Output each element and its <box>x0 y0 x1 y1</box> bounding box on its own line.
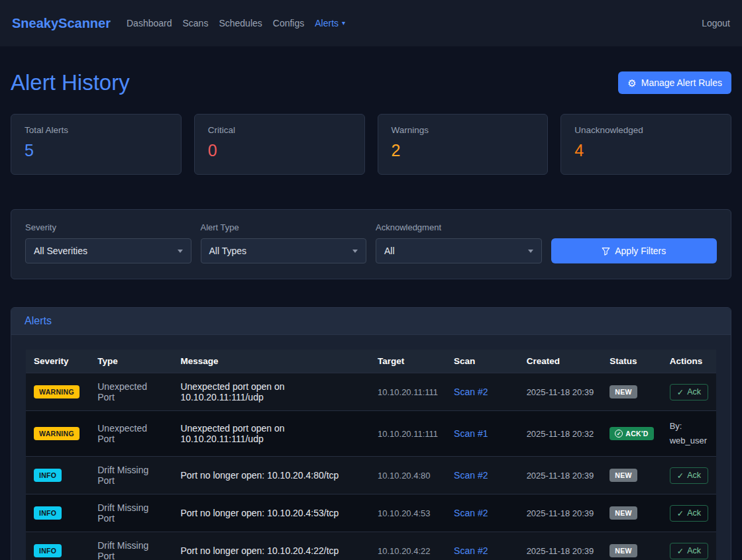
ack-button[interactable]: ✓ Ack <box>670 467 708 484</box>
check-icon: ✓ <box>677 546 684 556</box>
nav-item-alerts[interactable]: Alerts ▾ <box>315 18 345 28</box>
status-badge-new: NEW <box>610 385 637 398</box>
stat-value: 2 <box>392 141 535 160</box>
alert-target: 10.10.20.11:111 <box>370 373 446 411</box>
stat-label: Unacknowledged <box>574 125 717 135</box>
status-badge-ackd: ✓ ACK'D <box>610 427 653 440</box>
alerts-table: Severity Type Message Target Scan Create… <box>26 350 716 560</box>
table-row: INFO Drift Missing Port Port no longer o… <box>26 457 716 494</box>
check-circle-icon: ✓ <box>615 430 623 438</box>
stat-card-unacknowledged: Unacknowledged 4 <box>560 114 731 175</box>
status-cell: NEW <box>602 494 661 532</box>
stat-card-total-alerts: Total Alerts 5 <box>11 114 182 175</box>
alerts-card-header: Alerts <box>11 308 731 335</box>
table-row: WARNING Unexpected Port Unexpected port … <box>26 373 716 411</box>
status-cell: NEW <box>602 457 661 494</box>
nav-item-scans[interactable]: Scans <box>182 18 208 28</box>
alert-message: Unexpected port open on 10.10.20.11:111/… <box>172 411 370 457</box>
acknowledgment-select[interactable]: All <box>376 238 542 263</box>
alert-type-select[interactable]: All Types <box>201 238 367 263</box>
table-row: WARNING Unexpected Port Unexpected port … <box>26 411 716 457</box>
status-cell: ✓ ACK'D <box>602 411 661 457</box>
chevron-down-icon <box>528 250 533 253</box>
severity-badge: INFO <box>34 544 62 557</box>
stat-value: 0 <box>208 141 351 160</box>
alert-target: 10.10.20.4:22 <box>370 532 446 560</box>
ack-button[interactable]: ✓ Ack <box>670 505 708 522</box>
alert-target: 10.10.20.4:53 <box>370 494 446 532</box>
filter-severity: Severity All Severities <box>25 222 191 263</box>
ack-button[interactable]: ✓ Ack <box>670 384 708 400</box>
stat-card-critical: Critical 0 <box>194 114 365 175</box>
navbar: SneakyScanner Dashboard Scans Schedules … <box>0 0 742 46</box>
alert-type-label: Alert Type <box>201 222 367 232</box>
alert-target: 10.10.20.11:111 <box>370 411 446 457</box>
severity-badge: INFO <box>34 469 62 482</box>
scan-link[interactable]: Scan #2 <box>454 470 488 481</box>
stat-label: Total Alerts <box>25 125 168 135</box>
gear-icon: ⚙ <box>627 78 636 88</box>
filter-apply-col: Apply Filters <box>551 222 717 263</box>
nav-item-dashboard[interactable]: Dashboard <box>127 18 172 28</box>
alert-type: Drift Missing Port <box>89 532 172 560</box>
severity-badge: INFO <box>34 506 62 520</box>
scan-link[interactable]: Scan #2 <box>454 387 488 397</box>
severity-select[interactable]: All Severities <box>25 238 191 263</box>
status-badge-new: NEW <box>610 469 637 482</box>
nav-item-configs[interactable]: Configs <box>273 18 304 28</box>
alert-message: Port no longer open: 10.10.20.4:53/tcp <box>172 494 370 532</box>
stat-value: 5 <box>25 141 168 160</box>
scan-link[interactable]: Scan #1 <box>454 428 488 439</box>
col-message: Message <box>172 350 370 373</box>
scan-link[interactable]: Scan #2 <box>454 508 488 518</box>
actions-cell: ✓ Ack <box>662 457 716 494</box>
acknowledgment-label: Acknowledgment <box>376 222 542 232</box>
chevron-down-icon <box>352 250 358 253</box>
col-created: Created <box>519 350 602 373</box>
table-row: INFO Drift Missing Port Port no longer o… <box>26 494 716 532</box>
manage-alert-rules-button[interactable]: ⚙ Manage Alert Rules <box>618 71 731 94</box>
col-status: Status <box>602 350 661 373</box>
ack-by: By: web_user <box>670 419 708 448</box>
severity-label: Severity <box>25 222 191 232</box>
alert-message: Port no longer open: 10.10.20.4:80/tcp <box>172 457 370 494</box>
apply-filters-button[interactable]: Apply Filters <box>551 238 717 263</box>
stat-cards: Total Alerts 5 Critical 0 Warnings 2 Una… <box>11 114 731 175</box>
alert-message: Port no longer open: 10.10.20.4:22/tcp <box>172 532 370 560</box>
actions-cell: ✓ Ack <box>662 494 716 532</box>
status-cell: NEW <box>602 532 661 560</box>
table-row: INFO Drift Missing Port Port no longer o… <box>26 532 716 560</box>
alerts-card-body: Severity Type Message Target Scan Create… <box>11 335 731 560</box>
scan-link[interactable]: Scan #2 <box>454 545 488 556</box>
alert-target: 10.10.20.4:80 <box>370 457 446 494</box>
actions-cell: ✓ Ack <box>662 373 716 411</box>
alert-created: 2025-11-18 20:39 <box>519 494 602 532</box>
check-icon: ✓ <box>677 508 684 518</box>
alert-type: Drift Missing Port <box>89 494 172 532</box>
page-title: Alert History <box>11 70 130 95</box>
nav-item-schedules[interactable]: Schedules <box>219 18 262 28</box>
col-scan: Scan <box>446 350 519 373</box>
actions-cell: By: web_user <box>662 411 716 457</box>
brand[interactable]: SneakyScanner <box>12 16 111 31</box>
filter-alert-type: Alert Type All Types <box>201 222 367 263</box>
alert-type: Unexpected Port <box>89 411 172 457</box>
alert-created: 2025-11-18 20:39 <box>519 457 602 494</box>
severity-badge: WARNING <box>34 385 80 398</box>
alert-created: 2025-11-18 20:39 <box>519 532 602 560</box>
alerts-card: Alerts Severity Type Message Target Scan… <box>11 307 731 560</box>
check-icon: ✓ <box>677 471 684 481</box>
page-content: Alert History ⚙ Manage Alert Rules Total… <box>0 70 742 560</box>
title-row: Alert History ⚙ Manage Alert Rules <box>11 70 731 95</box>
actions-cell: ✓ Ack <box>662 532 716 560</box>
logout-link[interactable]: Logout <box>702 18 730 28</box>
status-badge-new: NEW <box>610 544 637 557</box>
ack-button[interactable]: ✓ Ack <box>670 543 708 559</box>
severity-badge: WARNING <box>34 427 80 440</box>
alert-type: Drift Missing Port <box>89 457 172 494</box>
stat-card-warnings: Warnings 2 <box>378 114 549 175</box>
filter-acknowledgment: Acknowledgment All <box>376 222 542 263</box>
alert-type: Unexpected Port <box>89 373 172 411</box>
col-type: Type <box>89 350 172 373</box>
col-target: Target <box>370 350 446 373</box>
